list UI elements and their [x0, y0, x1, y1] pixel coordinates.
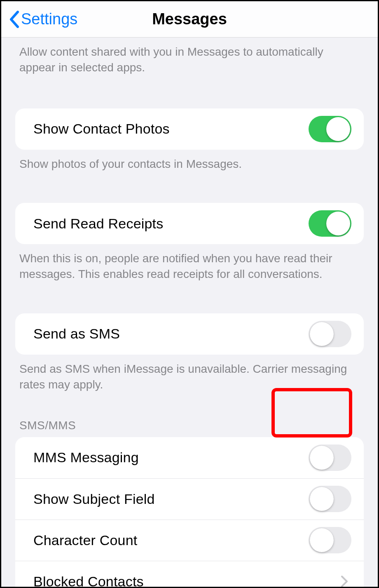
send-as-sms-label: Send as SMS [33, 326, 120, 342]
chevron-left-icon [9, 11, 19, 28]
chevron-right-icon [341, 575, 348, 588]
nav-header: Settings Messages [1, 1, 378, 38]
shared-with-you-footer: Allow content shared with you in Message… [1, 38, 378, 84]
mms-messaging-toggle[interactable] [309, 445, 351, 471]
show-subject-field-label: Show Subject Field [33, 491, 155, 507]
character-count-toggle[interactable] [309, 527, 351, 553]
send-as-sms-row[interactable]: Send as SMS [15, 313, 364, 355]
character-count-label: Character Count [33, 532, 137, 548]
character-count-row[interactable]: Character Count [15, 520, 364, 561]
back-label: Settings [21, 10, 77, 28]
mms-messaging-row[interactable]: MMS Messaging [15, 437, 364, 478]
blocked-contacts-row[interactable]: Blocked Contacts [15, 561, 364, 588]
show-subject-field-row[interactable]: Show Subject Field [15, 478, 364, 520]
contact-photos-footer: Show photos of your contacts in Messages… [1, 150, 378, 180]
send-read-receipts-row[interactable]: Send Read Receipts [15, 203, 364, 244]
sms-mms-header: SMS/MMS [1, 401, 378, 437]
contact-photos-group: Show Contact Photos [15, 108, 364, 150]
show-subject-field-toggle[interactable] [309, 486, 351, 512]
send-as-sms-toggle[interactable] [309, 321, 351, 347]
sms-mms-group: MMS Messaging Show Subject Field Charact… [15, 437, 364, 588]
send-as-sms-group: Send as SMS [15, 313, 364, 355]
blocked-contacts-label: Blocked Contacts [33, 574, 144, 588]
back-button[interactable]: Settings [9, 10, 77, 28]
send-as-sms-footer: Send as SMS when iMessage is unavailable… [1, 355, 378, 401]
show-contact-photos-label: Show Contact Photos [33, 121, 170, 137]
mms-messaging-label: MMS Messaging [33, 449, 139, 466]
read-receipts-group: Send Read Receipts [15, 203, 364, 244]
send-read-receipts-label: Send Read Receipts [33, 216, 163, 232]
show-contact-photos-row[interactable]: Show Contact Photos [15, 108, 364, 150]
send-read-receipts-toggle[interactable] [309, 210, 351, 237]
read-receipts-footer: When this is on, people are notified whe… [1, 244, 378, 290]
show-contact-photos-toggle[interactable] [309, 116, 351, 142]
